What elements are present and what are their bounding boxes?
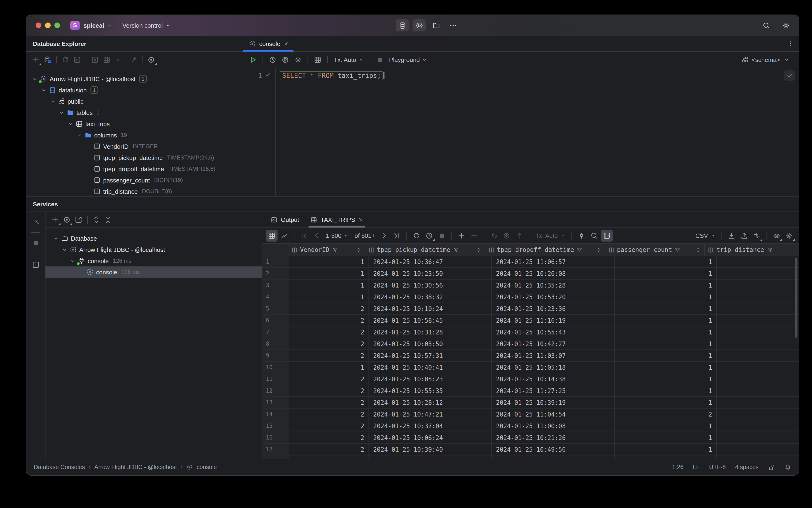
table-row[interactable]: 1722024-01-25 10:39:402024-01-25 10:49:5… <box>262 444 799 456</box>
stop-button[interactable] <box>374 54 386 66</box>
cell-vendorid[interactable]: 2 <box>289 432 369 443</box>
open-new-button[interactable] <box>73 214 84 226</box>
revert-button[interactable] <box>501 230 512 242</box>
row-number[interactable]: 16 <box>262 432 289 443</box>
row-number[interactable]: 5 <box>262 303 289 314</box>
row-number[interactable]: 3 <box>262 280 289 291</box>
cell-tpep-pickup-datetime[interactable]: 2024-01-25 10:40:41 <box>369 362 492 373</box>
row-number[interactable]: 4 <box>262 291 289 302</box>
cell-vendorid[interactable]: 2 <box>289 373 369 385</box>
cell-trip-distance[interactable]: 2.46 <box>717 420 799 431</box>
cell-tpep-dropoff-datetime[interactable]: 2024-01-25 10:14:38 <box>492 373 615 385</box>
eye-button[interactable] <box>771 230 782 242</box>
chevron-down-icon[interactable] <box>60 246 69 254</box>
cell-trip-distance[interactable]: 0.4 <box>717 268 799 279</box>
cell-passenger-count[interactable]: 1 <box>615 256 717 267</box>
project-menu[interactable]: spiceai <box>84 22 104 29</box>
cell-trip-distance[interactable]: 1.07 <box>717 303 799 314</box>
cell-vendorid[interactable]: 2 <box>289 397 369 408</box>
row-number[interactable]: 17 <box>262 444 289 455</box>
zoom-window-button[interactable] <box>54 23 60 28</box>
close-icon[interactable] <box>284 41 289 46</box>
cell-trip-distance[interactable]: 0.8 <box>717 280 799 291</box>
cell-tpep-dropoff-datetime[interactable]: 2024-01-25 11:16:19 <box>492 315 615 326</box>
close-icon[interactable] <box>358 217 364 222</box>
cell-trip-distance[interactable]: 1.47 <box>717 456 799 459</box>
table-row[interactable]: 822024-01-25 10:03:502024-01-25 10:42:27… <box>262 338 799 350</box>
tx-mode-button[interactable]: Tx: Auto <box>331 54 366 66</box>
cell-tpep-dropoff-datetime[interactable]: 2024-01-25 11:23:57 <box>492 456 615 459</box>
vcs-menu[interactable]: Version control <box>122 22 163 29</box>
funnel-icon[interactable] <box>674 247 681 253</box>
tree-item-taxi-trips[interactable]: taxi_trips <box>26 118 243 129</box>
row-number[interactable]: 2 <box>262 268 289 279</box>
cell-trip-distance[interactable]: 0.75 <box>717 397 799 408</box>
row-number[interactable]: 11 <box>262 373 289 385</box>
sql-editor[interactable]: 1 SELECT * FROM taxi_trips; <box>243 68 799 196</box>
cell-trip-distance[interactable]: 1.8 <box>717 362 799 373</box>
breadcrumb-item[interactable]: Arrow Flight JDBC - @localhost <box>94 464 177 470</box>
table-row[interactable]: 722024-01-25 10:31:282024-01-25 10:55:43… <box>262 327 799 338</box>
database-button[interactable] <box>396 19 409 32</box>
cell-trip-distance[interactable]: 0.98 <box>717 432 799 443</box>
chevron-down-icon[interactable] <box>31 75 39 83</box>
cell-vendorid[interactable]: 2 <box>289 444 369 455</box>
cell-passenger-count[interactable]: 1 <box>615 327 717 338</box>
row-number[interactable]: 8 <box>262 338 289 349</box>
minimize-window-button[interactable] <box>45 23 51 28</box>
table-row[interactable]: 1422024-01-25 10:47:212024-01-25 11:04:5… <box>262 409 799 420</box>
tree-item-arrow-flight-jdbc-localhost[interactable]: Arrow Flight JDBC - @localhost1 <box>26 73 243 84</box>
cell-tpep-dropoff-datetime[interactable]: 2024-01-25 11:27:25 <box>492 385 615 396</box>
table-row[interactable]: 212024-01-25 10:23:502024-01-25 10:26:08… <box>262 268 799 280</box>
row-number[interactable]: 13 <box>262 397 289 408</box>
column-header-tpep-dropoff-datetime[interactable]: tpep_dropoff_datetime <box>485 244 605 256</box>
collapse-all-button[interactable] <box>102 214 114 226</box>
export-button[interactable] <box>751 230 763 242</box>
column-header-vendorid[interactable]: VendorID <box>288 244 365 256</box>
grid-button[interactable] <box>101 54 112 66</box>
cell-trip-distance[interactable]: 2.9 <box>717 256 799 267</box>
cell-tpep-dropoff-datetime[interactable]: 2024-01-25 11:06:57 <box>492 256 615 267</box>
sort-icon[interactable] <box>595 247 602 253</box>
sort-icon[interactable] <box>355 247 362 253</box>
export-format-button[interactable]: CSV <box>693 230 718 242</box>
cell-vendorid[interactable]: 2 <box>289 350 369 361</box>
tree-item-console[interactable]: console126 ms <box>45 255 262 266</box>
cell-tpep-pickup-datetime[interactable]: 2024-01-25 10:47:21 <box>369 409 492 420</box>
gear-button[interactable] <box>783 230 795 242</box>
funnel-icon[interactable] <box>453 247 459 253</box>
table-row[interactable]: 112024-01-25 10:36:472024-01-25 11:06:57… <box>262 256 799 268</box>
plus-button[interactable] <box>49 214 61 226</box>
cell-tpep-pickup-datetime[interactable]: 2024-01-25 10:05:23 <box>369 373 492 385</box>
chevron-down-icon[interactable] <box>52 234 60 242</box>
tx-mode-button[interactable]: Tx: Auto <box>533 230 568 242</box>
cell-tpep-pickup-datetime[interactable]: 2024-01-25 10:37:04 <box>369 420 492 431</box>
cell-tpep-dropoff-datetime[interactable]: 2024-01-25 10:55:43 <box>492 327 615 338</box>
cell-passenger-count[interactable]: 1 <box>615 315 717 326</box>
cell-trip-distance[interactable]: 11.99 <box>717 385 799 396</box>
cell-passenger-count[interactable]: 1 <box>615 420 717 431</box>
next-button[interactable] <box>378 230 390 242</box>
cell-tpep-pickup-datetime[interactable]: 2024-01-25 10:39:40 <box>369 444 492 455</box>
plus-button[interactable] <box>30 54 42 66</box>
cell-tpep-dropoff-datetime[interactable]: 2024-01-25 10:39:19 <box>492 397 615 408</box>
table-row[interactable]: 412024-01-25 10:38:322024-01-25 10:53:20… <box>262 291 799 303</box>
cell-tpep-dropoff-datetime[interactable]: 2024-01-25 10:42:27 <box>492 338 615 349</box>
playground-button[interactable]: Playground <box>387 54 430 66</box>
breadcrumb-item[interactable]: Database Consoles <box>34 464 85 470</box>
column-header-trip-distance[interactable]: trip_distance <box>705 244 799 256</box>
funnel-icon[interactable] <box>576 247 583 253</box>
table-row[interactable]: 1122024-01-25 10:05:232024-01-25 10:14:3… <box>262 373 799 385</box>
tab-console[interactable]: console <box>243 36 294 51</box>
total-rows-button[interactable]: of 501+ <box>352 230 378 242</box>
cell-passenger-count[interactable]: 1 <box>615 397 717 408</box>
cell-passenger-count[interactable]: 1 <box>615 303 717 314</box>
cell-tpep-pickup-datetime[interactable]: 2024-01-25 10:03:50 <box>369 338 492 349</box>
cell-trip-distance[interactable]: 0.76 <box>717 350 799 361</box>
tree-item-vendorid[interactable]: VendorIDINTEGER <box>26 141 243 152</box>
table-row[interactable]: 522024-01-25 10:10:242024-01-25 10:23:36… <box>262 303 799 315</box>
cell-tpep-pickup-datetime[interactable]: 2024-01-25 10:30:56 <box>369 280 492 291</box>
cell-vendorid[interactable]: 2 <box>289 420 369 431</box>
cell-tpep-dropoff-datetime[interactable]: 2024-01-25 11:03:07 <box>492 350 615 361</box>
clock-button[interactable] <box>267 54 278 66</box>
